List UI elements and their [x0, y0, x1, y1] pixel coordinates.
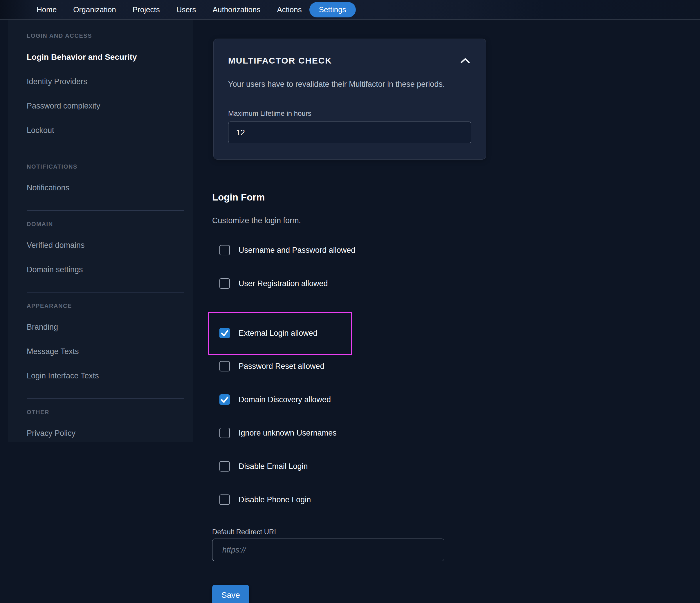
- checkbox[interactable]: [219, 245, 230, 255]
- checkbox-label: Username and Password allowed: [239, 246, 355, 255]
- multifactor-check-card: MULTIFACTOR CHECK Your users have to rev…: [213, 39, 486, 159]
- save-button[interactable]: Save: [212, 585, 249, 603]
- divider: [27, 153, 184, 153]
- check-icon: [219, 328, 230, 338]
- sidebar-item-identity-providers[interactable]: Identity Providers: [27, 77, 184, 86]
- collapse-card-button[interactable]: [459, 57, 471, 65]
- checkbox[interactable]: [219, 428, 230, 438]
- max-lifetime-label: Maximum Lifetime in hours: [228, 109, 471, 118]
- checkbox-row-external-login[interactable]: External Login allowed: [219, 328, 318, 338]
- sidebar-item-privacy-policy[interactable]: Privacy Policy: [27, 429, 184, 438]
- card-description: Your users have to revalidate their Mult…: [228, 80, 471, 89]
- sidebar-item-message-texts[interactable]: Message Texts: [27, 347, 184, 356]
- checkbox-label: External Login allowed: [239, 329, 318, 338]
- sidebar-section-other: OTHER Privacy Policy: [27, 409, 184, 438]
- checkbox-label: Disable Email Login: [239, 462, 308, 471]
- divider: [27, 292, 184, 293]
- checkbox[interactable]: [219, 495, 230, 505]
- nav-item-home[interactable]: Home: [36, 5, 57, 14]
- checkbox[interactable]: [219, 361, 230, 372]
- checkbox-row-disable-email-login[interactable]: Disable Email Login: [212, 461, 308, 472]
- checkbox-label: User Registration allowed: [239, 279, 328, 288]
- sidebar-item-notifications[interactable]: Notifications: [27, 183, 184, 193]
- sidebar-item-login-behavior-and-security[interactable]: Login Behavior and Security: [27, 52, 184, 62]
- top-navigation: Home Organization Projects Users Authori…: [0, 0, 700, 20]
- main-content: MULTIFACTOR CHECK Your users have to rev…: [193, 20, 700, 603]
- checkbox-row-username-password[interactable]: Username and Password allowed: [212, 245, 355, 255]
- divider: [27, 398, 184, 399]
- default-redirect-uri-label: Default Redirect URI: [212, 528, 700, 536]
- login-form-options: Username and Password allowed User Regis…: [212, 245, 700, 505]
- check-icon: [219, 394, 230, 405]
- sidebar-section-appearance: APPEARANCE Branding Message Texts Login …: [27, 303, 184, 380]
- nav-item-authorizations[interactable]: Authorizations: [213, 5, 260, 14]
- sidebar-section-header: LOGIN AND ACCESS: [27, 32, 184, 39]
- checkbox[interactable]: [219, 461, 230, 472]
- login-form-subtitle: Customize the login form.: [212, 216, 700, 225]
- sidebar-item-branding[interactable]: Branding: [27, 323, 184, 332]
- highlight-box: External Login allowed: [208, 312, 352, 355]
- chevron-up-icon: [460, 60, 470, 65]
- sidebar-section-domain: DOMAIN Verified domains Domain settings: [27, 221, 184, 274]
- nav-item-actions[interactable]: Actions: [277, 5, 302, 14]
- sidebar-item-verified-domains[interactable]: Verified domains: [27, 241, 184, 250]
- sidebar-item-password-complexity[interactable]: Password complexity: [27, 102, 184, 110]
- checkbox[interactable]: [219, 328, 230, 338]
- nav-item-users[interactable]: Users: [176, 5, 196, 14]
- checkbox-row-domain-discovery[interactable]: Domain Discovery allowed: [212, 394, 331, 405]
- checkbox-label: Disable Phone Login: [239, 495, 311, 504]
- sidebar-section-header: NOTIFICATIONS: [27, 164, 184, 170]
- checkbox-row-disable-phone-login[interactable]: Disable Phone Login: [212, 495, 311, 505]
- sidebar-item-login-interface-texts[interactable]: Login Interface Texts: [27, 372, 184, 380]
- sidebar-item-lockout[interactable]: Lockout: [27, 126, 184, 135]
- checkbox-label: Password Reset allowed: [239, 362, 324, 371]
- max-lifetime-input[interactable]: [228, 122, 471, 143]
- checkbox-row-ignore-unknown-usernames[interactable]: Ignore unknown Usernames: [212, 428, 336, 438]
- card-title: MULTIFACTOR CHECK: [228, 56, 332, 66]
- checkbox-label: Domain Discovery allowed: [239, 395, 331, 404]
- sidebar-section-notifications: NOTIFICATIONS Notifications: [27, 164, 184, 193]
- default-redirect-uri-input[interactable]: [212, 538, 444, 561]
- sidebar-item-domain-settings[interactable]: Domain settings: [27, 265, 184, 274]
- login-form-title: Login Form: [212, 192, 700, 203]
- settings-page: Home Organization Projects Users Authori…: [0, 0, 700, 603]
- checkbox[interactable]: [219, 394, 230, 405]
- sidebar-section-header: DOMAIN: [27, 221, 184, 227]
- checkbox[interactable]: [219, 278, 230, 289]
- sidebar-section-header: OTHER: [27, 409, 184, 416]
- sidebar-section-header: APPEARANCE: [27, 303, 184, 309]
- checkbox-row-password-reset[interactable]: Password Reset allowed: [212, 361, 324, 372]
- nav-item-settings[interactable]: Settings: [309, 2, 356, 18]
- sidebar-section-login-and-access: LOGIN AND ACCESS Login Behavior and Secu…: [27, 32, 184, 135]
- nav-item-organization[interactable]: Organization: [73, 5, 116, 14]
- settings-sidebar: LOGIN AND ACCESS Login Behavior and Secu…: [8, 20, 193, 442]
- nav-item-projects[interactable]: Projects: [133, 5, 160, 14]
- checkbox-row-user-registration[interactable]: User Registration allowed: [212, 278, 328, 289]
- divider: [27, 210, 184, 211]
- checkbox-label: Ignore unknown Usernames: [239, 429, 336, 437]
